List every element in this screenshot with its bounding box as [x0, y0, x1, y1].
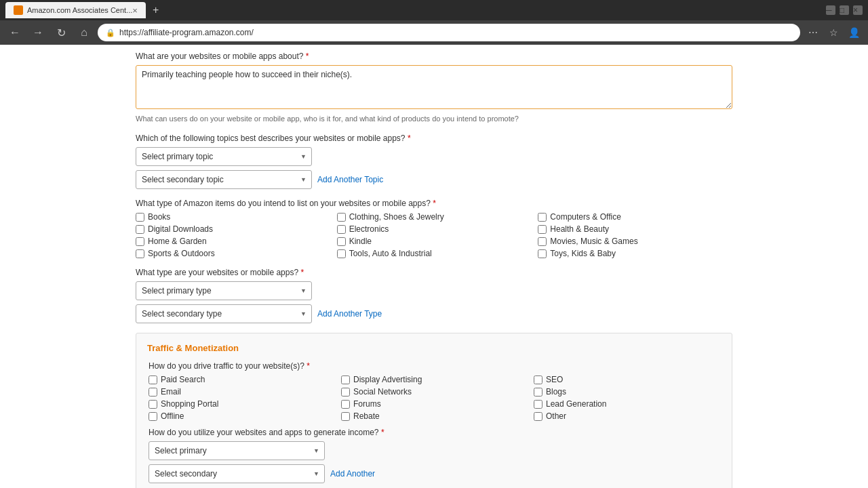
maximize-button[interactable]: □: [840, 5, 849, 15]
browser-tab[interactable]: Amazon.com Associates Cent... ×: [5, 2, 146, 18]
add-another-topic-link[interactable]: Add Another Topic: [317, 175, 383, 184]
checkbox-other-label: Other: [546, 411, 566, 421]
page-content: What are your websites or mobile apps ab…: [0, 45, 868, 488]
topics-section: Which of the following topics best descr…: [136, 134, 732, 189]
add-another-type-link[interactable]: Add Another Type: [317, 309, 382, 319]
checkbox-email-input[interactable]: [149, 388, 157, 396]
new-tab-button[interactable]: +: [153, 4, 159, 16]
checkbox-blogs-label: Blogs: [546, 387, 566, 396]
bookmark-star-icon[interactable]: ☆: [825, 24, 842, 41]
checkbox-lead-gen-label: Lead Generation: [546, 399, 606, 409]
checkbox-offline-input[interactable]: [149, 412, 157, 421]
checkbox-display-ads: Display Advertising: [341, 375, 527, 384]
app-type-label: What type are your websites or mobile ap…: [136, 268, 732, 277]
checkbox-books-label: Books: [148, 212, 170, 222]
checkbox-seo-input[interactable]: [534, 375, 542, 384]
checkbox-paid-search-input[interactable]: [149, 375, 157, 384]
primary-topic-wrapper: Select primary topic: [136, 147, 312, 166]
checkbox-books-input[interactable]: [136, 213, 144, 222]
secondary-type-row: Select secondary type Add Another Type: [136, 304, 732, 323]
about-helper-text: What can users do on your website or mob…: [136, 114, 732, 124]
checkbox-toys-label: Toys, Kids & Baby: [550, 249, 616, 258]
income-secondary-row: Select secondary Add Another: [149, 464, 719, 483]
amazon-items-required: *: [433, 199, 436, 208]
checkbox-home: Home & Garden: [136, 237, 330, 246]
tab-close-button[interactable]: ×: [132, 5, 138, 16]
checkbox-kindle: Kindle: [337, 237, 532, 246]
browser-toolbar-right: ⋯ ☆ 👤: [804, 24, 863, 41]
traffic-section-title: Traffic & Monetization: [147, 343, 721, 353]
income-secondary-select[interactable]: Select secondary: [149, 464, 325, 483]
checkbox-forums: Forums: [341, 399, 527, 409]
firefox-account-icon[interactable]: 👤: [845, 24, 863, 41]
checkbox-forums-label: Forums: [353, 399, 381, 409]
checkbox-seo: SEO: [534, 375, 719, 384]
checkbox-tools-input[interactable]: [337, 249, 346, 258]
checkbox-blogs-input[interactable]: [534, 388, 542, 396]
income-primary-select[interactable]: Select primary: [149, 441, 325, 460]
drive-traffic-required: *: [307, 361, 310, 371]
checkbox-rebate-input[interactable]: [341, 412, 350, 421]
address-bar[interactable]: 🔒: [98, 24, 800, 41]
secondary-topic-select[interactable]: Select secondary topic: [136, 170, 312, 189]
checkbox-clothing-label: Clothing, Shoes & Jewelry: [349, 212, 444, 222]
amazon-items-section: What type of Amazon items do you intend …: [136, 199, 732, 258]
about-section: What are your websites or mobile apps ab…: [136, 52, 732, 124]
reload-button[interactable]: ↻: [52, 23, 71, 42]
checkbox-toys-input[interactable]: [538, 249, 547, 258]
traffic-monetization-section: Traffic & Monetization How do you drive …: [136, 333, 732, 488]
income-primary-row: Select primary: [149, 441, 719, 460]
primary-type-select[interactable]: Select primary type: [136, 281, 312, 300]
add-another-income-link[interactable]: Add Another: [330, 469, 375, 479]
checkbox-computers-input[interactable]: [538, 213, 547, 222]
drive-traffic-subsection: How do you drive traffic to your website…: [147, 361, 721, 421]
close-window-button[interactable]: ×: [853, 5, 863, 15]
checkbox-clothing-input[interactable]: [337, 213, 346, 222]
checkbox-shopping-input[interactable]: [149, 400, 157, 409]
checkbox-social-input[interactable]: [341, 388, 350, 396]
checkbox-display-ads-input[interactable]: [341, 375, 350, 384]
income-secondary-wrapper: Select secondary: [149, 464, 325, 483]
checkbox-movies: Movies, Music & Games: [538, 237, 732, 246]
extensions-icon[interactable]: ⋯: [804, 24, 822, 41]
home-button[interactable]: ⌂: [75, 23, 94, 42]
topics-required-marker: *: [408, 134, 411, 143]
forward-button[interactable]: →: [28, 23, 47, 42]
amazon-items-checkboxes: Books Clothing, Shoes & Jewelry Computer…: [136, 212, 732, 258]
checkbox-electronics-input[interactable]: [337, 225, 346, 234]
back-button[interactable]: ←: [5, 23, 24, 42]
checkbox-sports: Sports & Outdoors: [136, 249, 330, 258]
minimize-button[interactable]: ─: [826, 5, 835, 15]
secondary-type-select[interactable]: Select secondary type: [136, 304, 312, 323]
amazon-items-label: What type of Amazon items do you intend …: [136, 199, 732, 208]
checkbox-lead-gen-input[interactable]: [534, 400, 542, 409]
checkbox-kindle-input[interactable]: [337, 237, 346, 246]
income-subsection: How do you utilize your websites and app…: [147, 428, 721, 483]
primary-topic-select[interactable]: Select primary topic: [136, 147, 312, 166]
app-type-section: What type are your websites or mobile ap…: [136, 268, 732, 323]
checkbox-offline: Offline: [149, 411, 334, 421]
checkbox-movies-input[interactable]: [538, 237, 547, 246]
about-textarea[interactable]: Primarily teaching people how to succeed…: [136, 65, 732, 109]
checkbox-books: Books: [136, 212, 330, 222]
app-type-required: *: [300, 268, 304, 277]
checkbox-digital: Digital Downloads: [136, 224, 330, 234]
tab-title: Amazon.com Associates Cent...: [27, 6, 132, 14]
checkbox-computers-label: Computers & Office: [550, 212, 620, 222]
checkbox-health-input[interactable]: [538, 225, 547, 234]
checkbox-digital-label: Digital Downloads: [148, 224, 213, 234]
checkbox-other-input[interactable]: [534, 412, 542, 421]
checkbox-sports-label: Sports & Outdoors: [148, 249, 215, 258]
url-input[interactable]: [119, 28, 792, 37]
checkbox-email-label: Email: [161, 387, 181, 396]
checkbox-forums-input[interactable]: [341, 400, 350, 409]
checkbox-sports-input[interactable]: [136, 249, 144, 258]
checkbox-lead-gen: Lead Generation: [534, 399, 719, 409]
checkbox-home-input[interactable]: [136, 237, 144, 246]
about-question-label: What are your websites or mobile apps ab…: [136, 52, 732, 61]
checkbox-health-label: Health & Beauty: [550, 224, 609, 234]
checkbox-digital-input[interactable]: [136, 225, 144, 234]
checkbox-offline-label: Offline: [161, 411, 184, 421]
checkbox-electronics-label: Electronics: [349, 224, 389, 234]
main-area: What are your websites or mobile apps ab…: [122, 45, 746, 488]
